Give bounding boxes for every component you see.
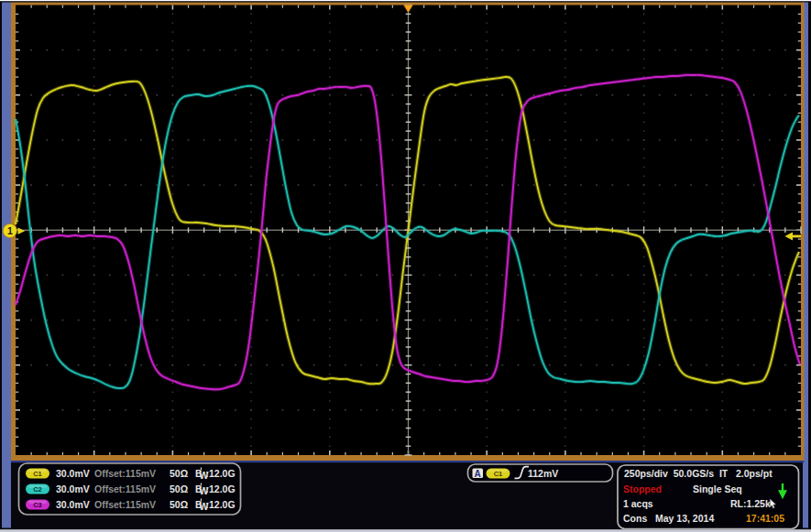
svg-text:50Ω: 50Ω (170, 468, 188, 479)
svg-text:17:41:05: 17:41:05 (746, 513, 784, 524)
svg-text:12.0G: 12.0G (209, 468, 236, 479)
svg-text:Offset:115mV: Offset:115mV (94, 483, 156, 494)
svg-text:12.0G: 12.0G (209, 483, 236, 494)
svg-text:50Ω: 50Ω (170, 483, 188, 494)
svg-text:C2: C2 (33, 485, 42, 494)
svg-text:A: A (474, 469, 480, 479)
svg-text:30.0mV: 30.0mV (56, 499, 90, 510)
svg-text:Offset:115mV: Offset:115mV (94, 499, 156, 510)
svg-text:12.0G: 12.0G (209, 499, 236, 510)
svg-text:1 acqs: 1 acqs (623, 498, 653, 509)
svg-text:Offset:115mV: Offset:115mV (94, 468, 156, 479)
svg-text:112mV: 112mV (528, 468, 558, 479)
svg-text:Single Seq: Single Seq (693, 483, 742, 494)
svg-text:RL:1.25k: RL:1.25k (730, 498, 771, 509)
svg-text:1: 1 (7, 225, 13, 236)
svg-text:Stopped: Stopped (623, 483, 662, 494)
svg-text:30.0mV: 30.0mV (56, 468, 90, 479)
svg-text:C1: C1 (494, 470, 503, 478)
svg-text:C3: C3 (33, 501, 42, 509)
svg-text:C1: C1 (33, 470, 42, 478)
svg-text:Cons May 13, 2014: Cons May 13, 2014 (623, 513, 714, 524)
svg-text:30.0mV: 30.0mV (56, 483, 90, 494)
svg-text:250ps/div 50.0GS/s IT 2.0p: 250ps/div 50.0GS/s IT 2.0ps/pt (624, 468, 773, 479)
svg-text:50Ω: 50Ω (170, 499, 188, 510)
